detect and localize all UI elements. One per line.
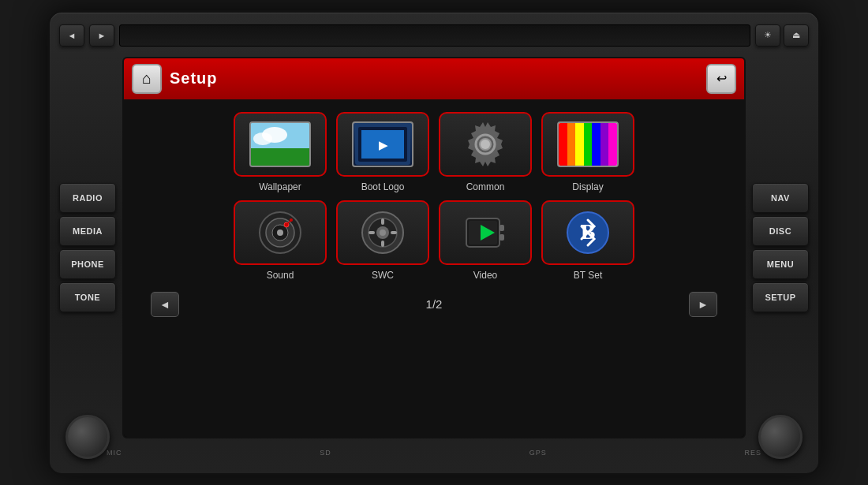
display-icon: [557, 121, 619, 167]
swc-icon-box: [336, 200, 429, 265]
bootlogo-icon: ▶: [352, 121, 413, 167]
btset-icon: B: [561, 206, 615, 259]
svg-text:▶: ▶: [379, 139, 388, 151]
prev-track-button[interactable]: ◄: [59, 24, 84, 47]
grid-row-1: Wallpaper ▶: [135, 112, 733, 192]
left-side-buttons: RADIO MEDIA PHONE TONE: [59, 57, 116, 438]
svg-point-3: [262, 127, 287, 143]
swc-label: SWC: [372, 270, 394, 281]
pagination-row: ◄ 1/2 ►: [135, 292, 733, 317]
btset-icon-box: B: [541, 200, 634, 265]
svg-rect-24: [381, 218, 384, 225]
sound-icon: [253, 206, 307, 259]
common-icon-box: [439, 112, 532, 177]
common-label: Common: [466, 181, 505, 192]
nav-button[interactable]: NAV: [752, 183, 809, 213]
swc-icon: [356, 206, 410, 259]
media-button[interactable]: MEDIA: [59, 216, 116, 246]
sound-label: Sound: [267, 270, 294, 281]
svg-rect-1: [251, 151, 311, 167]
radio-button[interactable]: RADIO: [59, 183, 116, 213]
wallpaper-item[interactable]: Wallpaper: [234, 112, 327, 192]
sound-icon-box: [234, 200, 327, 265]
top-strip: ◄ ► ☀ ⏏: [59, 19, 809, 52]
sd-label: SD: [320, 449, 331, 457]
common-icon: [458, 118, 512, 171]
video-item[interactable]: Video: [439, 200, 532, 281]
disc-button[interactable]: DISC: [752, 216, 809, 246]
svg-rect-25: [381, 241, 384, 247]
wallpaper-icon-box: [234, 112, 327, 177]
svg-rect-30: [499, 234, 504, 241]
left-knob[interactable]: [65, 415, 110, 459]
display-item[interactable]: Display: [541, 112, 634, 192]
wallpaper-icon: [249, 121, 311, 167]
btset-label: BT Set: [574, 270, 602, 281]
right-side-buttons: NAV DISC MENU SETUP: [752, 57, 809, 438]
eject-button[interactable]: ⏏: [784, 24, 809, 47]
top-right-buttons: ☀ ⏏: [755, 24, 809, 47]
swc-item[interactable]: SWC: [336, 200, 429, 281]
svg-point-21: [380, 229, 386, 236]
screen-header: ⌂ Setup ↩: [124, 58, 744, 99]
gps-label: GPS: [529, 449, 547, 457]
btset-item[interactable]: B BT Set: [541, 200, 634, 281]
back-button[interactable]: ↩: [706, 64, 736, 94]
mic-label: MIC: [107, 449, 122, 457]
screen-content: Wallpaper ▶: [124, 99, 744, 437]
phone-button[interactable]: PHONE: [59, 249, 116, 279]
video-icon: [458, 206, 512, 259]
page-next-button[interactable]: ►: [689, 292, 717, 317]
grid-row-2: Sound: [135, 200, 733, 281]
next-track-button[interactable]: ►: [89, 24, 114, 47]
svg-point-14: [277, 229, 283, 236]
video-label: Video: [473, 270, 497, 281]
menu-button[interactable]: MENU: [752, 249, 809, 279]
right-knob[interactable]: [758, 415, 803, 459]
screen-title: Setup: [170, 69, 698, 88]
sound-item[interactable]: Sound: [234, 200, 327, 281]
svg-point-17: [290, 218, 293, 222]
setup-button[interactable]: SETUP: [752, 282, 809, 312]
head-unit: ◄ ► ☀ ⏏ RADIO MEDIA PHONE TONE ⌂ Setup ↩: [47, 10, 821, 476]
bootlogo-label: Boot Logo: [361, 181, 405, 192]
bootlogo-item[interactable]: ▶ Boot Logo: [336, 112, 429, 192]
page-info: 1/2: [426, 297, 443, 311]
res-label: RES: [744, 449, 761, 457]
bootlogo-icon-box: ▶: [336, 112, 429, 177]
main-area: RADIO MEDIA PHONE TONE ⌂ Setup ↩: [59, 57, 809, 438]
bottom-strip: MIC SD GPS RES: [59, 438, 809, 467]
common-item[interactable]: Common: [439, 112, 532, 192]
svg-point-10: [481, 140, 490, 149]
cd-slot: [119, 24, 750, 47]
page-prev-button[interactable]: ◄: [151, 292, 179, 317]
display-label: Display: [572, 181, 603, 192]
home-button[interactable]: ⌂: [132, 64, 162, 94]
video-icon-box: [439, 200, 532, 265]
svg-rect-22: [369, 231, 375, 234]
tone-button[interactable]: TONE: [59, 282, 116, 312]
screen: ⌂ Setup ↩: [122, 57, 746, 438]
svg-rect-29: [499, 225, 504, 231]
wallpaper-label: Wallpaper: [259, 181, 301, 192]
brightness-button[interactable]: ☀: [755, 24, 780, 47]
display-icon-box: [541, 112, 634, 177]
svg-rect-23: [391, 231, 397, 234]
